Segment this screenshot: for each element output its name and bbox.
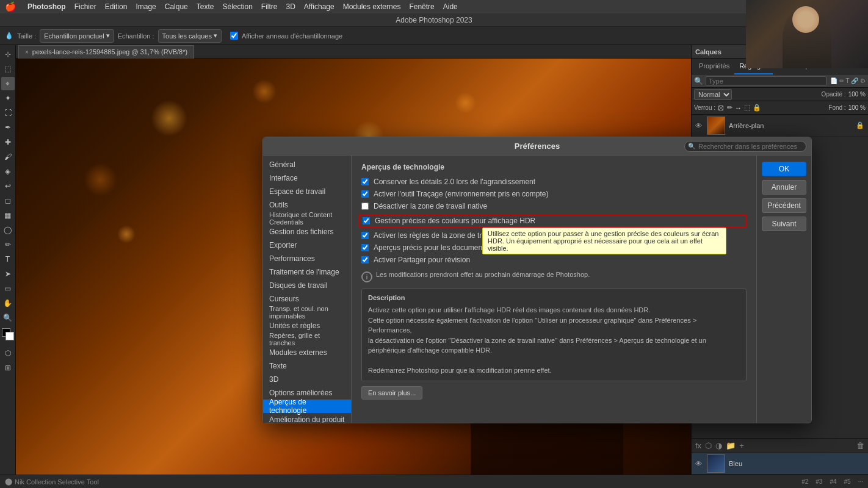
tool-artboard[interactable]: ⊞ — [1, 361, 15, 375]
menu-affichage[interactable]: Affichage — [304, 2, 335, 11]
pref-nav-tools[interactable]: Outils — [263, 198, 351, 212]
tab-close-btn[interactable]: × — [25, 49, 29, 56]
tool-eraser[interactable]: ◻ — [1, 194, 15, 207]
pref-next-button[interactable]: Suivant — [762, 217, 806, 231]
layer-folder-icon[interactable]: 📁 — [726, 441, 736, 450]
tab-filename: pexels-lance-reis-12594885.jpeg @ 31,7% … — [32, 48, 187, 56]
menu-image[interactable]: Image — [136, 2, 156, 11]
tool-eyedropper[interactable]: ✒ — [1, 121, 15, 134]
echantillon-select[interactable]: Tous les calques ▾ — [158, 29, 222, 43]
apple-menu[interactable]: 🍎 — [5, 1, 16, 12]
lock-move[interactable]: ↔ — [735, 104, 742, 112]
pref-nav-workspace[interactable]: Espace de travail — [263, 185, 351, 198]
lock-all[interactable]: 🔒 — [753, 104, 761, 112]
menu-modules[interactable]: Modules externes — [343, 2, 401, 11]
pref-nav-export[interactable]: Exporter — [263, 239, 351, 252]
tool-heal[interactable]: ✚ — [1, 135, 15, 149]
pref-nav-history[interactable]: Historique et Content Credentials — [263, 212, 351, 225]
pref-cancel-button[interactable]: Annuler — [762, 180, 806, 195]
pref-checkbox-7[interactable] — [361, 256, 369, 264]
lock-brush[interactable]: ✏ — [727, 104, 732, 112]
tool-zoom[interactable]: 🔍 — [1, 311, 15, 325]
pref-nav-cursors[interactable]: Curseurs — [263, 292, 351, 306]
pref-label-6: Aperçus précis pour les documents 16 bit… — [374, 243, 512, 252]
pref-nav-files[interactable]: Gestion des fichiers — [263, 225, 351, 239]
pref-notice-text: Les modifications prendront effet au pro… — [376, 270, 590, 279]
statusbar: ⬤ Nik Collection Selective Tool #2 #3 #4… — [0, 475, 868, 488]
layer-new-icon[interactable]: + — [739, 441, 744, 450]
pref-prev-button[interactable]: Précédent — [762, 198, 806, 213]
menu-filtre[interactable]: Filtre — [261, 2, 278, 11]
afficher-anneau-checkbox[interactable] — [230, 32, 238, 40]
learn-more-button[interactable]: En savoir plus... — [361, 386, 422, 400]
status-tool-name: Nik Collection Selective Tool — [15, 478, 99, 486]
tool-crop[interactable]: ⛶ — [1, 106, 15, 120]
lock-checkered[interactable]: ⛝ — [718, 104, 725, 112]
opacity-value: 100 % — [848, 91, 866, 98]
tools-panel: ⊹ ⬚ ⌖ ✦ ⛶ ✒ ✚ 🖌 ◈ ↩ ◻ ▦ ◯ ✏ T ➤ ▭ ✋ 🔍 ⬡ … — [0, 45, 16, 475]
tool-dodge[interactable]: ◯ — [1, 223, 15, 237]
layer-item-background[interactable]: 👁 Arrière-plan 🔒 — [692, 115, 868, 137]
image-tab[interactable]: × pexels-lance-reis-12594885.jpeg @ 31,7… — [18, 45, 194, 59]
preferences-search-input[interactable] — [684, 141, 806, 152]
pref-checkbox-2[interactable] — [361, 190, 369, 198]
lock-artboard[interactable]: ⬚ — [744, 104, 750, 112]
tool-brush[interactable]: 🖌 — [1, 150, 15, 163]
pref-nav-perf[interactable]: Performances — [263, 252, 351, 265]
tool-select-rect[interactable]: ⬚ — [1, 62, 15, 76]
tool-history-brush[interactable]: ↩ — [1, 179, 15, 193]
tool-lasso[interactable]: ⌖ — [1, 77, 15, 90]
pref-nav-disks[interactable]: Disques de travail — [263, 279, 351, 292]
pref-nav-text[interactable]: Texte — [263, 359, 351, 373]
layer-mask-icon[interactable]: ⬡ — [705, 441, 712, 450]
pref-nav-general[interactable]: Général — [263, 158, 351, 171]
taille-select[interactable]: Echantillon ponctuel ▾ — [40, 29, 114, 43]
pref-nav-plugins[interactable]: Modules externes — [263, 346, 351, 359]
tool-move[interactable]: ⊹ — [1, 48, 15, 61]
layer-fx-icon[interactable]: fx — [695, 441, 701, 450]
layers-search-input[interactable] — [706, 76, 826, 86]
pref-nav-units[interactable]: Unités et règles — [263, 319, 351, 332]
tool-gradient[interactable]: ▦ — [1, 209, 15, 222]
menu-aide[interactable]: Aide — [443, 2, 458, 11]
tool-pen[interactable]: ✏ — [1, 238, 15, 251]
status-page: #3 — [816, 478, 822, 485]
layer-adjust-icon[interactable]: ◑ — [715, 441, 722, 450]
pref-checkbox-4[interactable] — [363, 217, 370, 224]
background-color[interactable] — [5, 332, 14, 340]
menu-texte[interactable]: Texte — [197, 2, 214, 11]
pref-nav-image-proc[interactable]: Traitement de l'image — [263, 265, 351, 279]
layer-visibility-icon[interactable]: 👁 — [695, 122, 702, 129]
pref-nav-guides[interactable]: Repères, grille et tranches — [263, 332, 351, 346]
menu-photoshop[interactable]: Photoshop — [27, 2, 66, 11]
tool-shape[interactable]: ▭ — [1, 282, 15, 295]
menu-fenetre[interactable]: Fenêtre — [409, 2, 434, 11]
menu-3d[interactable]: 3D — [286, 2, 295, 11]
pref-option-4-highlighted: Gestion précise des couleurs pour affich… — [359, 214, 747, 228]
pref-nav-transp[interactable]: Transp. et coul. non imprimables — [263, 306, 351, 319]
menu-edition[interactable]: Edition — [105, 2, 128, 11]
layer-delete-icon[interactable]: 🗑 — [856, 441, 864, 450]
blend-mode-select[interactable]: Normal — [694, 89, 732, 100]
pref-checkbox-1[interactable] — [361, 178, 369, 185]
pref-nav-3d[interactable]: 3D — [263, 373, 351, 386]
tool-stamp[interactable]: ◈ — [1, 165, 15, 178]
toolbar-eyedropper-icon[interactable]: 💧 — [5, 32, 13, 40]
menu-fichier[interactable]: Fichier — [74, 2, 96, 11]
menu-calque[interactable]: Calque — [165, 2, 188, 11]
tool-mask[interactable]: ⬡ — [1, 346, 15, 360]
tool-magic-wand[interactable]: ✦ — [1, 92, 15, 105]
pref-checkbox-3[interactable] — [361, 203, 369, 210]
layer2-visibility-icon[interactable]: 👁 — [695, 460, 702, 467]
pref-checkbox-6[interactable] — [361, 244, 369, 251]
tool-text[interactable]: T — [1, 253, 15, 266]
pref-nav-interface[interactable]: Interface — [263, 171, 351, 185]
pref-checkbox-5[interactable] — [361, 232, 369, 239]
menu-selection[interactable]: Sélection — [222, 2, 252, 11]
pref-nav-tech-prev[interactable]: Aperçus de technologie — [263, 400, 351, 413]
tool-hand[interactable]: ✋ — [1, 296, 15, 310]
layer-item-bleu[interactable]: 👁 Bleu — [692, 453, 868, 475]
tab-proprietes[interactable]: Propriétés — [694, 59, 734, 74]
tool-path-select[interactable]: ➤ — [1, 267, 15, 281]
pref-ok-button[interactable]: OK — [762, 162, 806, 176]
